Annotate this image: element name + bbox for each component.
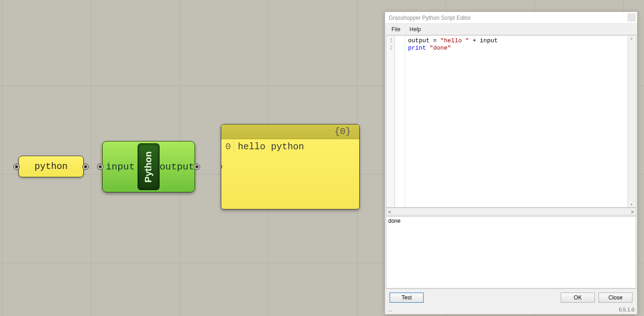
code-horizontal-scrollbar[interactable]: < > bbox=[386, 208, 636, 215]
output-panel-index: 0 bbox=[221, 139, 234, 152]
python-port-out-grip[interactable] bbox=[194, 164, 200, 170]
output-panel-value: hello python bbox=[234, 139, 304, 152]
ok-button[interactable]: OK bbox=[561, 293, 595, 303]
console-output: done bbox=[386, 216, 636, 288]
output-panel-header: {0} bbox=[221, 124, 359, 139]
input-panel-grip-out[interactable] bbox=[82, 164, 89, 170]
footer-left: ... bbox=[388, 307, 392, 312]
code-vertical-scrollbar[interactable]: ▴▾ bbox=[627, 36, 635, 207]
output-panel-path: {0} bbox=[334, 126, 351, 137]
script-editor-window[interactable]: Grasshopper Python Script Editor File He… bbox=[385, 11, 638, 315]
editor-footer: ... 0.5.1.0 bbox=[385, 306, 637, 314]
python-component[interactable]: input Python output bbox=[102, 141, 195, 192]
editor-menubar: File Help bbox=[385, 24, 637, 35]
close-icon[interactable] bbox=[627, 13, 636, 22]
code-editor[interactable]: 12 output = "hello " + inputprint "done"… bbox=[386, 35, 636, 208]
code-body[interactable]: output = "hello " + inputprint "done" bbox=[395, 36, 498, 207]
input-panel[interactable]: python bbox=[18, 156, 84, 177]
output-panel[interactable]: {0} 0 hello python bbox=[221, 124, 360, 209]
menu-file[interactable]: File bbox=[387, 25, 405, 34]
menu-help[interactable]: Help bbox=[405, 25, 426, 34]
ok-button-label: OK bbox=[574, 294, 581, 301]
test-button[interactable]: Test bbox=[390, 293, 424, 303]
console-text: done bbox=[388, 218, 401, 224]
python-title-bar[interactable]: Python bbox=[138, 144, 159, 190]
scroll-left-icon[interactable]: < bbox=[388, 209, 391, 214]
output-panel-grip-in[interactable] bbox=[221, 164, 222, 170]
input-panel-grip-in[interactable] bbox=[13, 164, 20, 170]
python-input-port[interactable]: input bbox=[103, 141, 138, 192]
line-number-gutter: 12 bbox=[386, 36, 395, 207]
python-title: Python bbox=[144, 151, 154, 182]
test-button-label: Test bbox=[402, 294, 412, 301]
python-input-label: input bbox=[106, 162, 135, 172]
editor-button-row: Test OK Close bbox=[385, 288, 637, 306]
footer-version: 0.5.1.0 bbox=[619, 307, 634, 312]
python-port-in-grip[interactable] bbox=[97, 164, 104, 170]
python-output-label: output bbox=[160, 162, 195, 172]
input-panel-text: python bbox=[34, 161, 68, 172]
editor-titlebar[interactable]: Grasshopper Python Script Editor bbox=[385, 12, 637, 24]
editor-title: Grasshopper Python Script Editor bbox=[389, 15, 471, 21]
python-output-port[interactable]: output bbox=[159, 141, 195, 192]
close-button-label: Close bbox=[609, 294, 623, 301]
scroll-right-icon[interactable]: > bbox=[631, 209, 634, 214]
close-button[interactable]: Close bbox=[598, 293, 632, 303]
